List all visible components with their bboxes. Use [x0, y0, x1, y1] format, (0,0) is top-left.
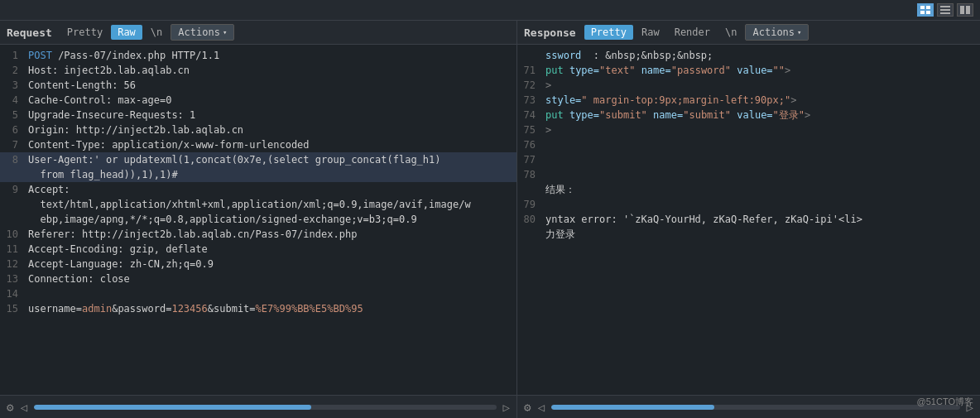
- response-line-ssword: ssword : &nbsp;&nbsp;&nbsp;: [517, 48, 980, 63]
- request-line-9b: text/html,application/xhtml+xml,applicat…: [0, 197, 516, 212]
- request-tab-raw[interactable]: Raw: [111, 25, 142, 40]
- split-view-icon[interactable]: [957, 3, 973, 17]
- response-line-79: 79: [517, 197, 980, 212]
- actions-chevron-icon: ▾: [223, 28, 227, 36]
- response-tab-pretty[interactable]: Pretty: [584, 25, 633, 40]
- panels-row: Request Pretty Raw \n Actions ▾ 1 POST /…: [0, 21, 980, 395]
- bottom-settings-icon[interactable]: ⚙: [7, 401, 13, 414]
- bottom-right-toolbar: ⚙ ◁ ▷: [517, 396, 980, 418]
- request-actions-button[interactable]: Actions ▾: [171, 24, 234, 41]
- request-line-6: 6 Origin: http://inject2b.lab.aqlab.cn: [0, 123, 516, 137]
- response-line-76: 76: [517, 137, 980, 152]
- grid-view-icon[interactable]: [917, 3, 934, 17]
- svg-rect-5: [940, 9, 950, 11]
- request-line-8a: 8 User-Agent:' or updatexml(1,concat(0x7…: [0, 152, 516, 167]
- request-line-3: 3 Content-Length: 56: [0, 78, 516, 93]
- request-line-14: 14: [0, 286, 516, 301]
- response-denglu: 力登录: [517, 227, 980, 242]
- response-content[interactable]: ssword : &nbsp;&nbsp;&nbsp; 71 put type=…: [517, 45, 980, 395]
- response-line-80: 80 yntax error: '`zKaQ-YourHd, zKaQ-Refe…: [517, 212, 980, 227]
- bottom-toolbar: ⚙ ◁ ▷ ⚙ ◁ ▷: [0, 395, 980, 418]
- list-view-icon[interactable]: [937, 3, 954, 17]
- request-line-10: 10 Referer: http://inject2b.lab.aqlab.cn…: [0, 227, 516, 242]
- request-line-13: 13 Connection: close: [0, 271, 516, 286]
- request-line-12: 12 Accept-Language: zh-CN,zh;q=0.9: [0, 257, 516, 271]
- request-panel: Request Pretty Raw \n Actions ▾ 1 POST /…: [0, 21, 517, 395]
- response-panel: Response Pretty Raw Render \n Actions ▾ …: [517, 21, 980, 395]
- request-line-15: 15 username=admin&password=123456&submit…: [0, 301, 516, 316]
- svg-rect-7: [960, 6, 964, 14]
- request-tab-pretty[interactable]: Pretty: [60, 25, 109, 40]
- request-title: Request: [7, 26, 52, 39]
- response-line-77: 77: [517, 152, 980, 167]
- top-toolbar: [0, 0, 980, 21]
- bottom-prev-icon[interactable]: ◁: [20, 401, 26, 414]
- svg-rect-4: [940, 6, 950, 7]
- request-line-11: 11 Accept-Encoding: gzip, deflate: [0, 242, 516, 257]
- request-line-7: 7 Content-Type: application/x-www-form-u…: [0, 137, 516, 152]
- request-line-8b: from flag_head)),1),1)#: [0, 167, 516, 182]
- svg-rect-3: [926, 11, 930, 14]
- response-actions-button[interactable]: Actions ▾: [745, 24, 809, 41]
- response-title: Response: [524, 26, 576, 39]
- bottom-right-settings-icon[interactable]: ⚙: [524, 401, 531, 414]
- response-panel-header: Response Pretty Raw Render \n Actions ▾: [517, 21, 980, 45]
- response-line-74: 74 put type="submit" name="submit" value…: [517, 108, 980, 123]
- response-line-75: 75 >: [517, 123, 980, 137]
- request-line-9a: 9 Accept:: [0, 182, 516, 197]
- main-container: Request Pretty Raw \n Actions ▾ 1 POST /…: [0, 0, 980, 418]
- svg-rect-8: [966, 6, 970, 14]
- bottom-next-icon[interactable]: ▷: [503, 401, 510, 414]
- request-tab-newline[interactable]: \n: [144, 25, 169, 40]
- request-panel-header: Request Pretty Raw \n Actions ▾: [0, 21, 516, 45]
- bottom-right-progress-bar: [551, 405, 960, 410]
- response-line-71: 71 put type="text" name="password" value…: [517, 63, 980, 78]
- request-line-1: 1 POST /Pass-07/index.php HTTP/1.1: [0, 48, 516, 63]
- watermark: @51CTO博客: [917, 396, 973, 408]
- request-line-5: 5 Upgrade-Insecure-Requests: 1: [0, 108, 516, 123]
- svg-rect-0: [920, 6, 925, 9]
- svg-rect-1: [926, 6, 930, 9]
- bottom-left-toolbar: ⚙ ◁ ▷: [0, 396, 517, 418]
- response-jieguo: 结果：: [517, 182, 980, 197]
- bottom-right-prev-icon[interactable]: ◁: [537, 401, 544, 414]
- response-tab-raw[interactable]: Raw: [635, 25, 666, 40]
- svg-rect-6: [940, 12, 950, 14]
- response-actions-chevron-icon: ▾: [797, 28, 801, 36]
- request-line-2: 2 Host: inject2b.lab.aqlab.cn: [0, 63, 516, 78]
- response-line-72: 72 >: [517, 78, 980, 93]
- response-tab-render[interactable]: Render: [668, 25, 717, 40]
- svg-rect-2: [920, 11, 925, 14]
- response-line-78: 78: [517, 167, 980, 182]
- request-content[interactable]: 1 POST /Pass-07/index.php HTTP/1.1 2 Hos…: [0, 45, 516, 395]
- response-tab-newline[interactable]: \n: [718, 25, 743, 40]
- bottom-progress-bar: [34, 405, 497, 410]
- request-line-4: 4 Cache-Control: max-age=0: [0, 93, 516, 108]
- request-line-9c: ebp,image/apng,*/*;q=0.8,application/sig…: [0, 212, 516, 227]
- response-line-73: 73 style=" margin-top:9px;margin-left:90…: [517, 93, 980, 108]
